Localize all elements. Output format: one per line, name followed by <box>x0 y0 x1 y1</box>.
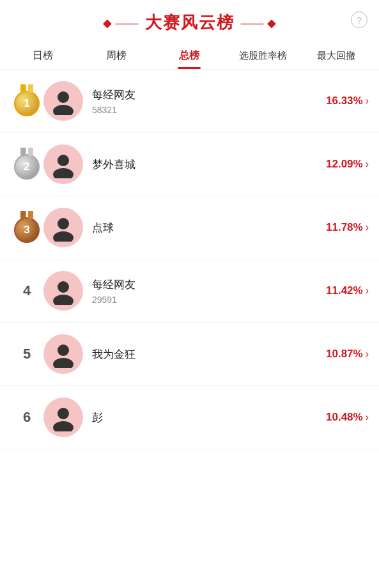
svg-point-6 <box>58 281 69 293</box>
return-rate: 12.09% › <box>326 158 369 171</box>
return-value: 10.87% <box>326 348 363 360</box>
user-name: 梦外喜城 <box>92 157 326 172</box>
help-button[interactable]: ? <box>351 12 367 28</box>
return-value: 10.48% <box>326 411 363 424</box>
rank-badge: 1 <box>10 84 43 118</box>
avatar <box>43 81 83 121</box>
user-info: 彭 <box>92 410 326 425</box>
rank-badge: 6 <box>10 409 43 426</box>
rank-badge: 2 <box>10 148 43 181</box>
tab-weekly[interactable]: 周榜 <box>80 42 153 69</box>
rank-number: 6 <box>10 409 43 426</box>
avatar <box>43 398 83 437</box>
return-rate: 10.48% › <box>326 411 369 424</box>
chevron-right-icon: › <box>366 159 369 170</box>
svg-point-4 <box>58 218 69 229</box>
rank-item[interactable]: 1 每经网友 58321 16.33% › <box>0 70 379 133</box>
return-value: 16.33% <box>326 95 363 107</box>
svg-point-0 <box>58 91 69 103</box>
user-name: 每经网友 <box>92 277 326 292</box>
medal-number: 2 <box>14 154 40 180</box>
svg-point-9 <box>53 358 73 368</box>
user-info: 每经网友 29591 <box>92 277 326 305</box>
rank-item[interactable]: 3 点球 11.78% › <box>0 196 379 259</box>
medal-number: 1 <box>14 91 40 116</box>
header-deco-left: ◆ —— <box>103 16 138 30</box>
rank-item[interactable]: 4 每经网友 29591 11.42% › <box>0 259 379 323</box>
header: ◆ —— 大赛风云榜 —— ◆ ? <box>0 0 379 42</box>
svg-point-2 <box>58 155 69 166</box>
user-info: 我为金狂 <box>92 347 326 362</box>
rank-number: 5 <box>10 346 43 362</box>
tab-bar: 日榜 周榜 总榜 选股胜率榜 最大回撤 <box>0 42 379 70</box>
header-deco-right: —— ◆ <box>241 16 276 30</box>
tab-total[interactable]: 总榜 <box>153 42 226 69</box>
chevron-right-icon: › <box>366 95 369 107</box>
svg-point-1 <box>53 105 73 115</box>
tab-daily[interactable]: 日榜 <box>6 42 80 69</box>
rank-badge: 4 <box>10 282 43 299</box>
user-info: 点球 <box>92 220 326 235</box>
return-value: 12.09% <box>326 158 363 171</box>
svg-point-8 <box>58 344 69 356</box>
avatar <box>43 208 83 247</box>
rank-list: 1 每经网友 58321 16.33% › <box>0 70 379 449</box>
bronze-medal: 3 <box>13 211 41 244</box>
svg-point-11 <box>53 421 73 431</box>
user-info: 每经网友 58321 <box>92 88 326 115</box>
return-rate: 16.33% › <box>326 95 369 107</box>
avatar <box>43 144 83 184</box>
return-value: 11.78% <box>326 221 363 234</box>
chevron-right-icon: › <box>366 222 369 233</box>
return-rate: 11.78% › <box>326 221 369 234</box>
user-sub: 58321 <box>92 105 326 115</box>
svg-point-5 <box>53 231 73 242</box>
user-name: 每经网友 <box>92 88 326 102</box>
chevron-right-icon: › <box>366 348 369 360</box>
user-sub: 29591 <box>92 295 326 305</box>
avatar <box>43 271 83 311</box>
return-rate: 10.87% › <box>326 348 369 360</box>
gold-medal: 1 <box>13 84 41 118</box>
user-name: 点球 <box>92 220 326 235</box>
rank-item[interactable]: 5 我为金狂 10.87% › <box>0 323 379 386</box>
return-rate: 11.42% › <box>326 284 369 297</box>
svg-point-7 <box>53 295 73 305</box>
chevron-right-icon: › <box>366 412 369 423</box>
tab-winrate[interactable]: 选股胜率榜 <box>226 42 300 68</box>
svg-point-10 <box>58 408 69 419</box>
silver-medal: 2 <box>13 148 41 181</box>
rank-item[interactable]: 2 梦外喜城 12.09% › <box>0 133 379 196</box>
rank-number: 4 <box>10 282 43 299</box>
return-value: 11.42% <box>326 284 363 297</box>
avatar <box>43 334 83 374</box>
tab-maxreturn[interactable]: 最大回撤 <box>299 42 373 68</box>
user-name: 彭 <box>92 410 326 425</box>
svg-point-3 <box>53 168 73 178</box>
rank-badge: 3 <box>10 211 43 244</box>
rank-badge: 5 <box>10 346 43 362</box>
header-title: 大赛风云榜 <box>145 12 235 34</box>
medal-number: 3 <box>14 217 40 243</box>
rank-item[interactable]: 6 彭 10.48% › <box>0 386 379 449</box>
chevron-right-icon: › <box>366 285 369 297</box>
user-name: 我为金狂 <box>92 347 326 362</box>
user-info: 梦外喜城 <box>92 157 326 172</box>
